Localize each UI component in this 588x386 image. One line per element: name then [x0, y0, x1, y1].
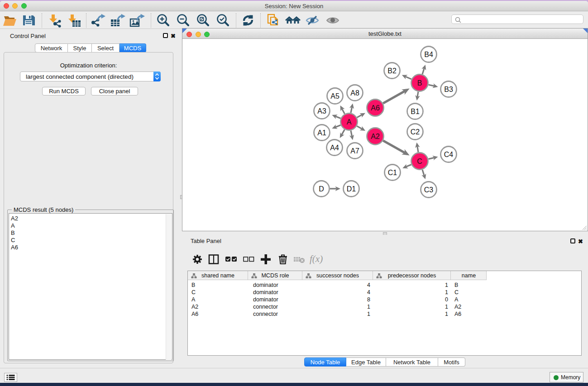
- svg-text:B4: B4: [424, 51, 433, 58]
- svg-text:D: D: [319, 185, 324, 193]
- svg-text:A1: A1: [317, 129, 326, 137]
- svg-text:A3: A3: [317, 107, 326, 115]
- svg-text:A4: A4: [330, 144, 339, 152]
- svg-text:A5: A5: [330, 92, 339, 100]
- svg-text:A2: A2: [371, 133, 380, 140]
- svg-text:B1: B1: [411, 108, 420, 115]
- svg-text:C1: C1: [388, 169, 397, 176]
- svg-text:C4: C4: [444, 151, 454, 158]
- svg-text:A: A: [347, 118, 352, 126]
- svg-text:B3: B3: [444, 86, 453, 93]
- svg-text:C: C: [417, 157, 422, 165]
- svg-text:D1: D1: [347, 185, 356, 193]
- svg-text:B2: B2: [387, 67, 397, 75]
- svg-text:A7: A7: [350, 147, 359, 155]
- svg-text:A6: A6: [371, 104, 380, 112]
- svg-text:A8: A8: [350, 89, 359, 97]
- svg-text:C2: C2: [411, 128, 420, 136]
- svg-text:C3: C3: [424, 186, 434, 194]
- svg-text:B: B: [417, 79, 422, 87]
